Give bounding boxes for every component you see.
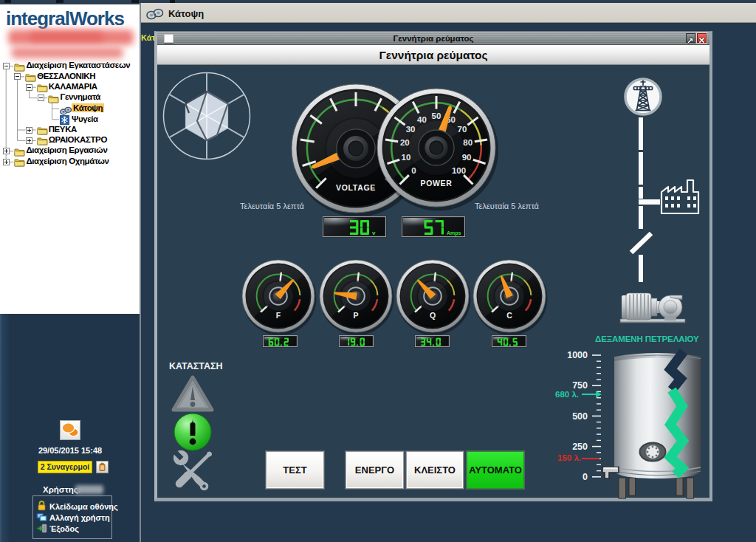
svg-text:70: 70: [458, 125, 467, 134]
svg-text:90: 90: [462, 153, 472, 162]
svg-text:VOLTAGE: VOLTAGE: [336, 183, 376, 192]
svg-text:50: 50: [432, 112, 441, 120]
svg-text:10: 10: [402, 153, 411, 162]
svg-text:v: v: [372, 230, 376, 236]
svg-text:20: 20: [400, 138, 410, 147]
svg-text:100: 100: [452, 166, 466, 175]
svg-text:30: 30: [406, 125, 416, 134]
svg-text:40: 40: [417, 115, 427, 124]
svg-text:C: C: [506, 311, 512, 320]
svg-text:P: P: [353, 311, 358, 320]
svg-text:Amps: Amps: [447, 230, 461, 236]
svg-text:F: F: [276, 311, 281, 320]
svg-text:80: 80: [463, 138, 472, 147]
svg-text:Q: Q: [430, 311, 436, 320]
svg-text:POWER: POWER: [420, 179, 452, 188]
svg-text:0: 0: [411, 166, 416, 175]
